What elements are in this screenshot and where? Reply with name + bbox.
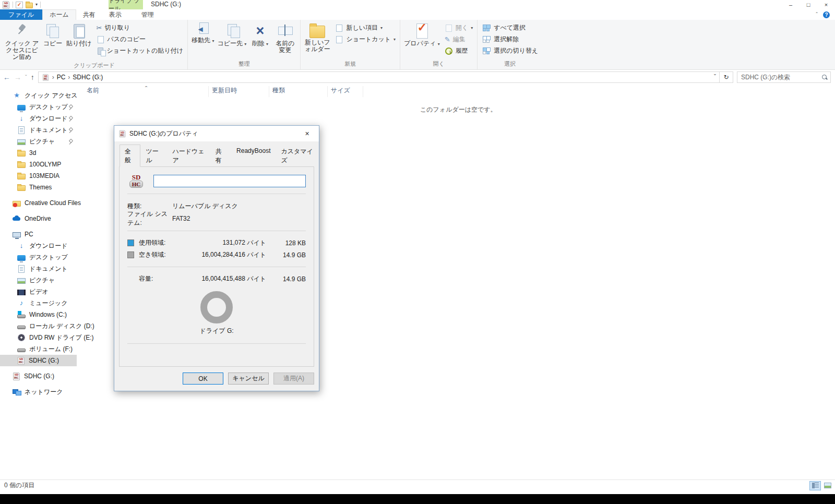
search-icon[interactable] bbox=[822, 75, 828, 80]
open-button[interactable]: 開く ▾ bbox=[445, 23, 473, 32]
pin-icon bbox=[68, 139, 74, 144]
close-button[interactable]: × bbox=[817, 0, 835, 9]
dialog-tab-general[interactable]: 全般 bbox=[120, 145, 140, 167]
breadcrumb-drive[interactable]: SDHC (G:) bbox=[73, 74, 103, 81]
qat-customize-chevron[interactable]: ▾ bbox=[35, 3, 38, 7]
sidebar-item-local-d[interactable]: ローカル ディスク (D:) bbox=[0, 320, 77, 332]
tab-share[interactable]: 共有 bbox=[76, 9, 102, 20]
sidebar-item-downloads[interactable]: ↓ダウンロード bbox=[0, 113, 77, 124]
sidebar-item-pc-pictures[interactable]: ピクチャ bbox=[0, 274, 77, 286]
open-icon bbox=[446, 25, 452, 32]
column-header-size[interactable]: サイズ bbox=[328, 86, 363, 97]
sidebar-item-pc-downloads[interactable]: ↓ダウンロード bbox=[0, 240, 77, 251]
cut-button[interactable]: ✂ 切り取り bbox=[97, 23, 184, 32]
ok-button[interactable]: OK bbox=[183, 373, 223, 385]
sidebar-item-network[interactable]: ネットワーク bbox=[0, 386, 77, 398]
restore-button[interactable]: □ bbox=[800, 0, 817, 9]
paste-button[interactable]: 貼り付け bbox=[65, 21, 93, 48]
capacity-bytes: 16,004,415,488 バイト bbox=[178, 274, 273, 283]
select-all-button[interactable]: すべて選択 bbox=[482, 23, 538, 32]
drive-icon bbox=[17, 326, 26, 329]
sidebar-item-100olymp[interactable]: 100OLYMP bbox=[0, 159, 77, 170]
pin-to-quick-access-button[interactable]: クイック アクセスにピン留め bbox=[3, 21, 41, 62]
cancel-button[interactable]: キャンセル bbox=[228, 373, 269, 385]
column-header-name[interactable]: ˆ 名前 bbox=[84, 86, 209, 97]
dropdown-caret-icon: ▾ bbox=[380, 26, 383, 30]
sidebar-item-onedrive[interactable]: OneDrive bbox=[0, 213, 77, 224]
sidebar-item-videos[interactable]: ビデオ bbox=[0, 286, 77, 297]
new-folder-icon bbox=[309, 26, 325, 38]
qat-new-folder-button[interactable] bbox=[26, 1, 33, 8]
apply-button[interactable]: 適用(A) bbox=[273, 373, 314, 385]
history-button[interactable]: 履歴 bbox=[445, 46, 473, 55]
tab-manage[interactable]: 管理 bbox=[135, 9, 161, 20]
minimize-button[interactable]: – bbox=[782, 0, 800, 9]
sidebar-item-pc-desktop[interactable]: デスクトップ bbox=[0, 251, 77, 263]
new-item-button[interactable]: 新しい項目 ▾ bbox=[335, 23, 396, 32]
sidebar-item-creative-cloud[interactable]: Creative Cloud Files bbox=[0, 197, 77, 209]
sidebar-item-sdhc-g-selected[interactable]: SDHCSDHC (G:) bbox=[0, 355, 77, 366]
ribbon-collapse-icon[interactable]: ˆ bbox=[816, 11, 818, 18]
sidebar-item-dvd-e[interactable]: DVD RW ドライブ (E:) bbox=[0, 332, 77, 343]
up-icon[interactable]: ↑ bbox=[31, 74, 34, 81]
copy-to-button[interactable]: コピー先 ▾ bbox=[216, 21, 248, 49]
volume-label-input[interactable] bbox=[153, 175, 306, 187]
tab-view[interactable]: 表示 bbox=[102, 9, 128, 20]
details-view-icon bbox=[812, 483, 819, 488]
sidebar-item-3d[interactable]: 3d bbox=[0, 147, 77, 159]
dialog-title: SDHC (G:)のプロパティ bbox=[129, 129, 198, 138]
sidebar-item-quick-access[interactable]: ★クイック アクセス bbox=[0, 90, 77, 101]
recent-locations-chevron-icon[interactable]: ˇ bbox=[25, 75, 27, 80]
sidebar-item-windows-c[interactable]: Windows (C:) bbox=[0, 309, 77, 320]
address-dropdown-chevron-icon[interactable]: ˇ bbox=[714, 74, 716, 81]
dialog-tab-sharing[interactable]: 共有 bbox=[210, 145, 231, 167]
group-label-clipboard: クリップボード bbox=[1, 62, 187, 69]
ribbon-tab-strip: ファイル ホーム 共有 表示 管理 ˆ ? bbox=[0, 9, 835, 20]
copy-path-button[interactable]: パスのコピー bbox=[97, 35, 184, 44]
thumbnail-view-button[interactable] bbox=[822, 481, 833, 490]
move-to-button[interactable]: ◄ 移動先 ▾ bbox=[190, 21, 216, 45]
refresh-icon: ↻ bbox=[723, 74, 729, 80]
column-header-date[interactable]: 更新日時 bbox=[209, 86, 269, 97]
column-header-type[interactable]: 種類 bbox=[269, 86, 328, 97]
forward-icon[interactable]: → bbox=[14, 74, 21, 81]
new-folder-button[interactable]: 新しいフォルダー bbox=[303, 21, 332, 54]
qat-properties-button[interactable]: ✓ bbox=[16, 2, 23, 8]
dialog-tab-tools[interactable]: ツール bbox=[140, 145, 167, 167]
dialog-close-button[interactable]: × bbox=[295, 126, 319, 141]
tab-file[interactable]: ファイル bbox=[0, 9, 42, 20]
sidebar-item-desktop[interactable]: デスクトップ bbox=[0, 101, 77, 113]
copy-button[interactable]: コピー bbox=[41, 21, 65, 48]
dialog-tab-readyboost[interactable]: ReadyBoost bbox=[231, 145, 276, 167]
back-icon[interactable]: ← bbox=[3, 74, 10, 81]
sidebar-item-themes[interactable]: Themes bbox=[0, 182, 77, 193]
sd-card-icon: SDHC bbox=[3, 1, 9, 9]
desktop-icon bbox=[17, 255, 26, 261]
dialog-tab-hardware[interactable]: ハードウェア bbox=[167, 145, 210, 167]
folder-icon bbox=[17, 162, 26, 168]
tab-home[interactable]: ホーム bbox=[42, 9, 76, 20]
sidebar-item-103media[interactable]: 103MEDIA bbox=[0, 170, 77, 182]
sidebar-item-documents[interactable]: ドキュメント bbox=[0, 124, 77, 136]
sidebar-item-pc-documents[interactable]: ドキュメント bbox=[0, 263, 77, 274]
paste-shortcut-button[interactable]: ショートカットの貼り付け bbox=[97, 46, 184, 55]
breadcrumb-pc[interactable]: PC bbox=[57, 74, 66, 81]
breadcrumb[interactable]: SDHC › PC › SDHC (G:) ˇ bbox=[38, 71, 720, 83]
sidebar-item-pc[interactable]: PC bbox=[0, 229, 77, 240]
edit-button[interactable]: ✎ 編集 bbox=[445, 35, 473, 44]
refresh-button[interactable]: ↻ bbox=[720, 71, 733, 83]
sidebar-item-pictures[interactable]: ピクチャ bbox=[0, 136, 77, 147]
delete-button[interactable]: × 削除 ▾ bbox=[248, 21, 272, 49]
dialog-tab-customize[interactable]: カスタマイズ bbox=[276, 145, 319, 167]
rename-button[interactable]: 名前の変更 bbox=[272, 21, 298, 55]
properties-button[interactable]: ✓ プロパティ ▾ bbox=[402, 21, 442, 49]
search-input[interactable] bbox=[741, 74, 822, 81]
invert-selection-button[interactable]: 選択の切り替え bbox=[482, 46, 538, 55]
details-view-button[interactable] bbox=[809, 481, 821, 490]
help-icon[interactable]: ? bbox=[823, 11, 830, 18]
sidebar-item-volume-f[interactable]: ボリューム (F:) bbox=[0, 343, 77, 355]
sidebar-item-music[interactable]: ♪ミュージック bbox=[0, 297, 77, 309]
sidebar-item-sdhc-g[interactable]: SDHCSDHC (G:) bbox=[0, 370, 77, 382]
shortcut-button[interactable]: ショートカット ▾ bbox=[335, 35, 396, 44]
select-none-button[interactable]: 選択解除 bbox=[482, 35, 538, 44]
